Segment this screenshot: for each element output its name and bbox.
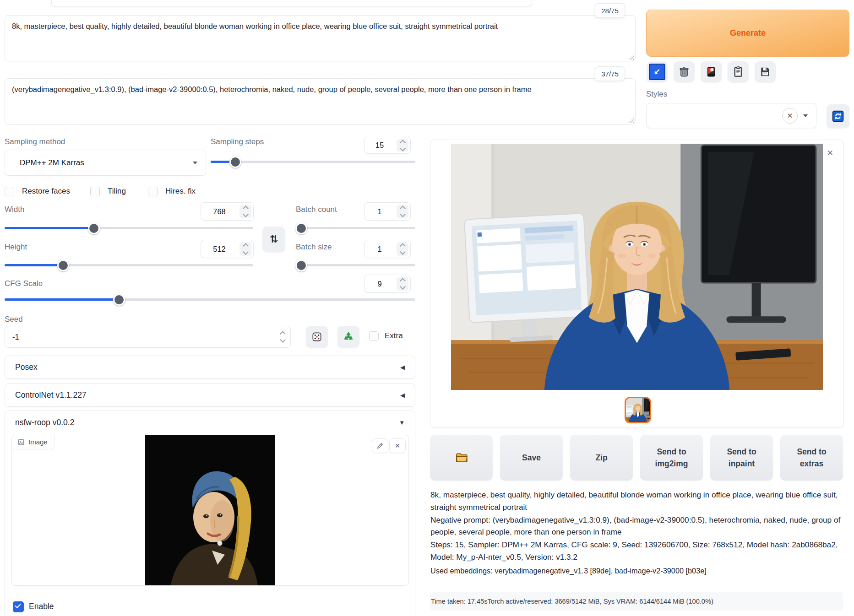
floppy-disk-icon <box>759 65 772 78</box>
height-slider[interactable] <box>5 264 253 266</box>
batch-size-input <box>364 240 411 258</box>
negative-token-counter: 37/75 <box>595 66 625 81</box>
accordion-controlnet[interactable]: ControlNet v1.1.227 ◀ <box>5 384 415 407</box>
generated-image[interactable] <box>451 144 823 390</box>
stepper-arrows[interactable] <box>239 205 251 218</box>
prompt-input[interactable]: 8k, masterpiece, best quality, highly de… <box>5 15 636 61</box>
styles-clear-button[interactable]: ✕ <box>782 108 798 124</box>
stepper-arrows[interactable] <box>397 205 408 218</box>
info-parameters: Steps: 15, Sampler: DPM++ 2M Karras, CFG… <box>430 539 845 563</box>
random-seed-button[interactable] <box>306 326 328 348</box>
sampling-method-dropdown[interactable]: DPM++ 2M Karras <box>5 150 206 176</box>
stepper-arrows[interactable] <box>239 242 251 256</box>
trash-icon <box>678 65 691 78</box>
info-embeddings: Used embeddings: verybadimagenegative_v1… <box>430 565 845 577</box>
extra-networks-button[interactable] <box>701 61 722 82</box>
batch-count-slider[interactable] <box>299 227 415 229</box>
up-down-arrows-icon: ⇅ <box>270 233 278 245</box>
clear-image-button[interactable]: ✕ <box>389 438 406 453</box>
roop-source-image <box>145 435 275 585</box>
info-negative-prompt: Negative prompt: (verybadimagenegative_v… <box>430 514 845 539</box>
stepper-arrows[interactable] <box>397 139 408 151</box>
height-input <box>201 240 254 258</box>
roop-enable-checkbox[interactable] <box>13 601 24 612</box>
width-input <box>201 202 254 221</box>
hires-fix-checkbox[interactable] <box>148 187 158 196</box>
open-folder-button[interactable] <box>430 435 493 481</box>
pencil-icon <box>376 442 384 449</box>
send-to-inpaint-button[interactable]: Send to inpaint <box>710 435 773 481</box>
time-taken-text: Time taken: 17.45sTorch active/reserved:… <box>431 598 713 605</box>
tiling-checkbox[interactable] <box>90 187 100 196</box>
slider-thumb[interactable] <box>295 259 307 271</box>
x-icon: ✕ <box>395 442 400 449</box>
width-value[interactable] <box>201 203 238 220</box>
edit-image-button[interactable] <box>372 438 388 453</box>
image-card-icon <box>705 65 718 78</box>
chevron-down-icon: ▼ <box>399 419 405 426</box>
cfg-scale-slider[interactable] <box>5 298 415 301</box>
save-style-button[interactable] <box>755 61 776 82</box>
batch-count-label: Batch count <box>296 205 337 214</box>
accordion-posex[interactable]: Posex ◀ <box>5 356 415 379</box>
dice-icon <box>311 331 323 343</box>
generate-button[interactable]: Generate <box>646 10 849 57</box>
clipboard-icon <box>732 65 745 78</box>
gallery-thumbnail[interactable] <box>625 397 651 423</box>
extra-seed-checkbox[interactable] <box>369 331 379 341</box>
width-label: Width <box>5 205 24 214</box>
batch-size-value[interactable] <box>364 240 395 258</box>
restore-faces-label: Restore faces <box>22 187 70 196</box>
image-component-label: Image <box>12 435 54 449</box>
slider-thumb[interactable] <box>113 294 125 306</box>
swap-dimensions-button[interactable]: ⇅ <box>262 227 285 252</box>
sampling-steps-input <box>364 137 411 154</box>
save-button[interactable]: Save <box>500 435 563 481</box>
slider-thumb[interactable] <box>295 222 307 234</box>
seed-input <box>5 326 291 348</box>
batch-count-input <box>364 202 411 221</box>
stepper-arrows[interactable] <box>277 328 288 346</box>
image-label-text: Image <box>28 438 48 446</box>
batch-size-slider[interactable] <box>299 264 415 266</box>
zip-button[interactable]: Zip <box>570 435 633 481</box>
cfg-scale-input <box>364 275 411 293</box>
batch-count-value[interactable] <box>364 203 395 220</box>
gallery-close-button[interactable]: ✕ <box>827 148 833 158</box>
send-to-extras-button[interactable]: Send to extras <box>780 435 843 481</box>
stepper-arrows[interactable] <box>397 277 408 291</box>
restore-faces-checkbox[interactable] <box>5 187 14 196</box>
cfg-scale-label: CFG Scale <box>5 279 43 288</box>
apply-styles-button[interactable] <box>728 61 749 82</box>
height-value[interactable] <box>201 240 238 258</box>
sampling-method-value: DPM++ 2M Karras <box>13 158 84 168</box>
chevron-down-icon <box>803 114 808 117</box>
refresh-icon <box>831 109 845 123</box>
roop-enable-label: Enable <box>29 602 54 611</box>
paste-params-button[interactable]: ↙ <box>647 61 668 82</box>
chevron-left-icon: ◀ <box>400 364 405 371</box>
arrow-down-left-icon: ↙ <box>649 64 665 80</box>
sampling-steps-slider[interactable] <box>211 161 415 163</box>
styles-dropdown[interactable]: ✕ <box>646 103 816 128</box>
width-slider[interactable] <box>5 227 253 229</box>
roop-image-dropzone[interactable]: Image ✕ <box>11 435 409 586</box>
reuse-seed-button[interactable] <box>337 326 359 348</box>
slider-thumb[interactable] <box>229 156 241 168</box>
cfg-scale-value[interactable] <box>364 275 395 292</box>
styles-refresh-button[interactable] <box>827 104 849 128</box>
accordion-posex-label: Posex <box>15 362 38 372</box>
accordion-roop-header[interactable]: nsfw-roop v0.0.2 ▼ <box>5 411 415 434</box>
seed-value[interactable] <box>5 326 275 347</box>
send-to-img2img-button[interactable]: Send to img2img <box>640 435 703 481</box>
slider-thumb[interactable] <box>57 259 69 271</box>
tiling-label: Tiling <box>108 187 126 196</box>
stepper-arrows[interactable] <box>397 242 408 256</box>
slider-thumb[interactable] <box>88 222 100 234</box>
result-gallery: ✕ <box>430 140 844 428</box>
folder-icon <box>455 451 468 465</box>
extra-seed-label: Extra <box>385 331 403 340</box>
clear-prompt-button[interactable] <box>674 61 695 82</box>
negative-prompt-input[interactable]: (verybadimagenegative_v1.3:0.9), (bad-im… <box>5 78 636 124</box>
sampling-steps-value[interactable] <box>364 137 395 153</box>
